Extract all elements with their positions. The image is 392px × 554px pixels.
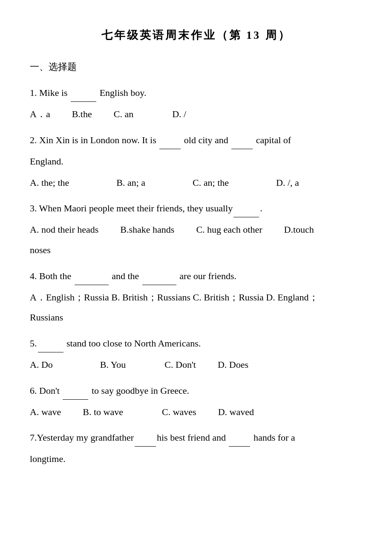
- q1-blank: [71, 84, 96, 102]
- q7-blank1: [135, 428, 156, 447]
- q2-text: 2. Xin Xin is in London now. It is old c…: [30, 131, 362, 149]
- q5-blank: [38, 334, 63, 352]
- page-title: 七年级英语周末作业（第 13 周）: [30, 26, 362, 46]
- section-label: 一、选择题: [30, 58, 362, 75]
- q6-options: A. wave B. to wave C. waves D. waved: [30, 403, 362, 421]
- q5-options: A. Do B. You C. Don't D. Does: [30, 356, 362, 374]
- question-7: 7.Yesterday my grandfather his best frie…: [30, 428, 362, 468]
- q4-blank2: [142, 267, 176, 285]
- q4-text: 4. Both the and the are our friends.: [30, 267, 362, 285]
- q6-blank: [63, 381, 88, 400]
- q3-options-line2: noses: [30, 241, 362, 259]
- question-5: 5. stand too close to North Americans. A…: [30, 334, 362, 374]
- q2-blank2: [231, 131, 253, 149]
- q4-options-line1: A．English；Russia B. British；Russians C. …: [30, 289, 362, 306]
- q2-options: A. the; the B. an; a C. an; the D. /, a: [30, 174, 362, 192]
- q4-blank1: [75, 267, 109, 285]
- q3-blank: [233, 199, 259, 217]
- question-6: 6. Don't to say goodbye in Greece. A. wa…: [30, 381, 362, 421]
- q7-text: 7.Yesterday my grandfather his best frie…: [30, 428, 362, 447]
- q1-number: 1. Mike is: [30, 87, 68, 98]
- q5-text: 5. stand too close to North Americans.: [30, 334, 362, 352]
- q1-text: 1. Mike is English boy.: [30, 84, 362, 102]
- q4-options-line2: Russians: [30, 309, 362, 326]
- question-3: 3. When Maori people meet their friends,…: [30, 199, 362, 259]
- q3-options-line1: A. nod their heads B.shake hands C. hug …: [30, 221, 362, 239]
- question-2: 2. Xin Xin is in London now. It is old c…: [30, 131, 362, 191]
- q2-text2: England.: [30, 153, 362, 170]
- question-4: 4. Both the and the are our friends. A．E…: [30, 267, 362, 326]
- q6-text: 6. Don't to say goodbye in Greece.: [30, 381, 362, 400]
- q7-text2: longtime.: [30, 450, 362, 468]
- q3-text: 3. When Maori people meet their friends,…: [30, 199, 362, 217]
- question-1: 1. Mike is English boy. A．a B.the C. an …: [30, 84, 362, 123]
- q1-options: A．a B.the C. an D. /: [30, 105, 362, 123]
- q7-blank2: [229, 428, 250, 447]
- q2-blank1: [159, 131, 181, 149]
